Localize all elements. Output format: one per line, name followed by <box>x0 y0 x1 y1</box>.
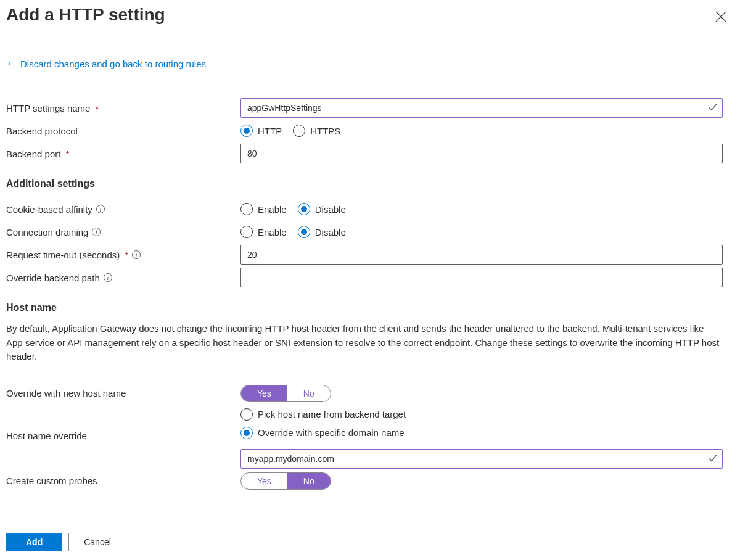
connection-draining-label: Connection draining <box>6 227 88 237</box>
override-host-toggle[interactable]: Yes No <box>240 385 331 402</box>
request-timeout-input[interactable] <box>240 245 723 265</box>
close-icon <box>715 14 726 24</box>
host-name-help-text: By default, Application Gateway does not… <box>6 322 734 364</box>
info-icon[interactable]: i <box>96 205 105 213</box>
host-name-override-label: Host name override <box>6 430 87 441</box>
disable-label: Disable <box>315 204 346 215</box>
pick-from-backend-label: Pick host name from backend target <box>258 409 406 419</box>
override-host-no[interactable]: No <box>287 385 331 401</box>
cookie-affinity-label: Cookie-based affinity <box>6 204 92 215</box>
protocol-http-radio[interactable]: HTTP <box>240 125 282 137</box>
backend-port-input[interactable] <box>240 144 723 163</box>
enable-label: Enable <box>258 204 287 215</box>
cookie-enable-radio[interactable]: Enable <box>240 203 287 215</box>
override-host-yes[interactable]: Yes <box>241 385 287 401</box>
override-specific-radio[interactable]: Override with specific domain name <box>240 427 723 439</box>
http-settings-name-label: HTTP settings name <box>6 103 90 113</box>
create-custom-probes-label: Create custom probes <box>6 476 97 486</box>
custom-probes-toggle[interactable]: Yes No <box>240 472 331 490</box>
required-indicator: * <box>65 149 69 159</box>
check-icon <box>708 102 718 114</box>
pick-from-backend-radio[interactable]: Pick host name from backend target <box>240 408 723 421</box>
info-icon[interactable]: i <box>132 250 141 259</box>
http-settings-name-input[interactable] <box>240 98 723 118</box>
cookie-disable-radio[interactable]: Disable <box>298 203 346 215</box>
domain-name-input[interactable] <box>240 449 723 469</box>
arrow-left-icon: ← <box>6 57 17 70</box>
draining-disable-radio[interactable]: Disable <box>298 226 346 238</box>
custom-probes-no[interactable]: No <box>287 473 331 489</box>
info-icon[interactable]: i <box>92 228 101 236</box>
cancel-button[interactable]: Cancel <box>68 533 126 551</box>
info-icon[interactable]: i <box>104 273 112 282</box>
required-indicator: * <box>125 250 128 260</box>
draining-enable-radio[interactable]: Enable <box>240 226 287 238</box>
override-backend-path-label: Override backend path <box>6 273 100 283</box>
host-name-header: Host name <box>6 302 734 313</box>
protocol-http-label: HTTP <box>258 126 282 136</box>
check-icon <box>708 453 718 464</box>
custom-probes-yes[interactable]: Yes <box>241 473 287 489</box>
back-link-label: Discard changes and go back to routing r… <box>20 59 206 69</box>
additional-settings-header: Additional settings <box>6 178 734 189</box>
protocol-https-radio[interactable]: HTTPS <box>293 125 340 137</box>
override-new-host-label: Override with new host name <box>6 388 126 398</box>
override-backend-path-input[interactable] <box>240 268 723 287</box>
disable-label: Disable <box>315 227 346 237</box>
required-indicator: * <box>95 103 99 113</box>
backend-port-label: Backend port <box>6 149 60 159</box>
add-button[interactable]: Add <box>6 533 62 551</box>
override-specific-label: Override with specific domain name <box>258 427 405 438</box>
backend-protocol-label: Backend protocol <box>6 126 78 136</box>
request-timeout-label: Request time-out (seconds) <box>6 250 120 260</box>
protocol-https-label: HTTPS <box>310 126 340 136</box>
discard-back-link[interactable]: ← Discard changes and go back to routing… <box>6 57 206 70</box>
close-button[interactable] <box>713 9 729 27</box>
enable-label: Enable <box>258 227 287 237</box>
page-title: Add a HTTP setting <box>6 5 165 25</box>
